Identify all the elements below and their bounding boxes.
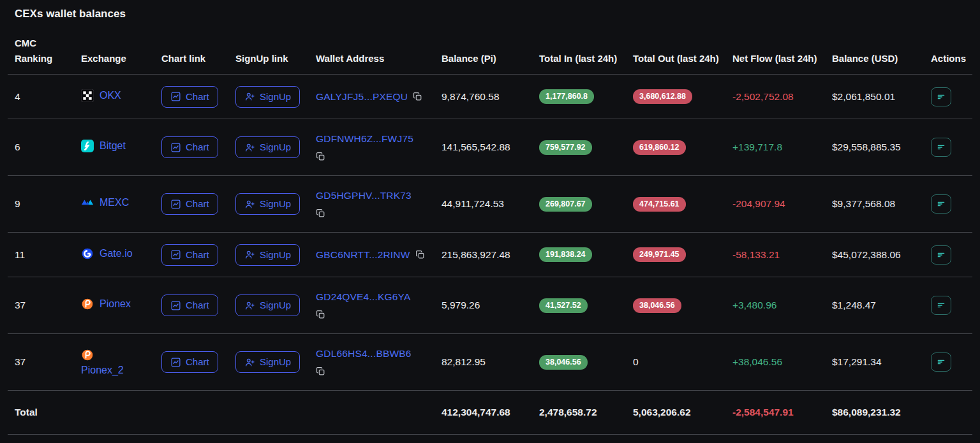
cmc-ranking-cell: 37: [15, 356, 81, 368]
total-in-cell: 269,807.67: [539, 197, 633, 212]
filter-lines-icon: [936, 357, 946, 367]
actions-button[interactable]: [931, 296, 951, 315]
pionex-icon: [81, 349, 94, 361]
actions-cell: [931, 138, 972, 157]
signup-link-cell: SignUp: [235, 193, 316, 215]
filter-lines-icon: [936, 142, 946, 152]
signup-button[interactable]: SignUp: [235, 294, 300, 316]
signup-button[interactable]: SignUp: [235, 351, 300, 373]
balance-usd-cell: $2,061,850.01: [832, 91, 931, 103]
exchange-name: MEXC: [100, 197, 129, 208]
balances-table: CMC Ranking Exchange Chart link SignUp l…: [8, 36, 972, 435]
exchange-link[interactable]: Pionex: [81, 298, 131, 310]
wallet-address-cell: GD24QVE4...KG6YA: [316, 291, 442, 319]
person-plus-icon: [244, 300, 255, 311]
copy-icon[interactable]: [415, 250, 425, 259]
actions-button[interactable]: [931, 194, 951, 214]
signup-button-label: SignUp: [260, 198, 291, 210]
exchange-name: Gate.io: [100, 248, 133, 259]
chart-button[interactable]: Chart: [161, 351, 218, 373]
signup-button[interactable]: SignUp: [235, 86, 300, 108]
header-wallet-address: Wallet Address: [316, 51, 442, 66]
exchange-link[interactable]: Gate.io: [81, 247, 133, 260]
header-cmc-ranking: CMC Ranking: [15, 36, 81, 66]
chart-button[interactable]: Chart: [161, 244, 218, 266]
total-label: Total: [15, 407, 81, 418]
total-in-badge: 41,527.52: [539, 298, 588, 313]
balance-pi-cell: 9,874,760.58: [442, 91, 539, 103]
wallet-address-cell: GALYJFJ5...PXEQU: [316, 91, 442, 103]
cex-balances-page: CEXs wallet balances CMC Ranking Exchang…: [0, 0, 980, 443]
wallet-address-link[interactable]: GD5HGPHV...TRK73: [316, 190, 412, 201]
chart-button[interactable]: Chart: [161, 136, 218, 158]
signup-button[interactable]: SignUp: [235, 136, 300, 158]
wallet-address-link[interactable]: GDL66HS4...BBWB6: [316, 348, 412, 359]
total-out-cell: 249,971.45: [633, 247, 732, 262]
chart-line-icon: [170, 357, 181, 368]
wallet-address-link[interactable]: GDFNWH6Z...FWJ75: [316, 133, 413, 145]
chart-line-icon: [170, 91, 181, 102]
wallet-address-cell: GDFNWH6Z...FWJ75: [316, 133, 442, 161]
filter-lines-icon: [936, 199, 946, 209]
wallet-address-link[interactable]: GBC6NRTT...2RINW: [316, 249, 410, 261]
table-row: 4 OKX Chart SignUp GALYJFJ5...PXEQU 9,87…: [8, 75, 972, 119]
chart-button-label: Chart: [186, 300, 209, 311]
total-out-badge: 619,860.12: [633, 140, 686, 155]
copy-icon[interactable]: [316, 152, 434, 161]
exchange-cell: Gate.io: [81, 247, 161, 263]
chart-button[interactable]: Chart: [161, 294, 218, 316]
total-in-badge: 269,807.67: [539, 197, 592, 212]
exchange-name: OKX: [100, 90, 121, 101]
copy-icon[interactable]: [316, 310, 434, 319]
exchange-link[interactable]: Bitget: [81, 140, 126, 152]
filter-lines-icon: [936, 250, 946, 260]
actions-button[interactable]: [931, 138, 951, 157]
signup-button[interactable]: SignUp: [235, 244, 300, 266]
signup-button-label: SignUp: [260, 249, 291, 261]
chart-button[interactable]: Chart: [161, 86, 218, 108]
exchange-name: Bitget: [100, 140, 126, 152]
header-balance-usd: Balance (USD): [832, 51, 931, 66]
total-out-cell: 38,046.56: [633, 298, 732, 313]
chart-link-cell: Chart: [161, 136, 235, 158]
signup-link-cell: SignUp: [235, 244, 316, 266]
chart-line-icon: [170, 142, 181, 153]
filter-lines-icon: [936, 300, 946, 310]
actions-button[interactable]: [931, 87, 951, 106]
exchange-cell: MEXC: [81, 196, 161, 212]
exchange-name: Pionex_2: [81, 365, 124, 376]
wallet-address-cell: GBC6NRTT...2RINW: [316, 249, 442, 261]
chart-button-label: Chart: [186, 142, 209, 153]
wallet-address-link[interactable]: GD24QVE4...KG6YA: [316, 291, 411, 303]
table-body: 4 OKX Chart SignUp GALYJFJ5...PXEQU 9,87…: [8, 75, 972, 391]
pionex-icon: [81, 298, 94, 310]
wallet-address-link[interactable]: GALYJFJ5...PXEQU: [316, 91, 408, 103]
actions-button[interactable]: [931, 352, 951, 372]
copy-icon[interactable]: [316, 208, 434, 218]
total-out-badge: 474,715.61: [633, 197, 686, 212]
copy-icon[interactable]: [413, 92, 422, 101]
balance-pi-cell: 215,863,927.48: [442, 249, 539, 261]
actions-cell: [931, 245, 972, 265]
header-chart-link: Chart link: [161, 51, 235, 66]
total-in-cell: 759,577.92: [539, 140, 633, 155]
copy-icon[interactable]: [316, 367, 434, 376]
person-plus-icon: [244, 142, 255, 153]
total-out: 5,063,206.62: [633, 407, 732, 418]
signup-link-cell: SignUp: [235, 136, 316, 158]
table-row: 37 Pionex_2 Chart SignUp GDL66HS4...BBWB…: [8, 334, 972, 391]
chart-button[interactable]: Chart: [161, 193, 218, 215]
exchange-link[interactable]: OKX: [81, 89, 121, 102]
exchange-link[interactable]: MEXC: [81, 196, 129, 209]
signup-button[interactable]: SignUp: [235, 193, 300, 215]
chart-link-cell: Chart: [161, 351, 235, 373]
exchange-cell: OKX: [81, 89, 161, 105]
total-in-badge: 1,177,860.8: [539, 89, 594, 104]
signup-button-label: SignUp: [260, 142, 291, 153]
okx-icon: [81, 89, 94, 102]
actions-button[interactable]: [931, 245, 951, 265]
total-out-cell: 474,715.61: [633, 197, 732, 212]
balance-pi-cell: 44,911,724.53: [442, 198, 539, 210]
exchange-cell: Pionex: [81, 298, 161, 313]
exchange-link[interactable]: Pionex_2: [81, 349, 124, 376]
